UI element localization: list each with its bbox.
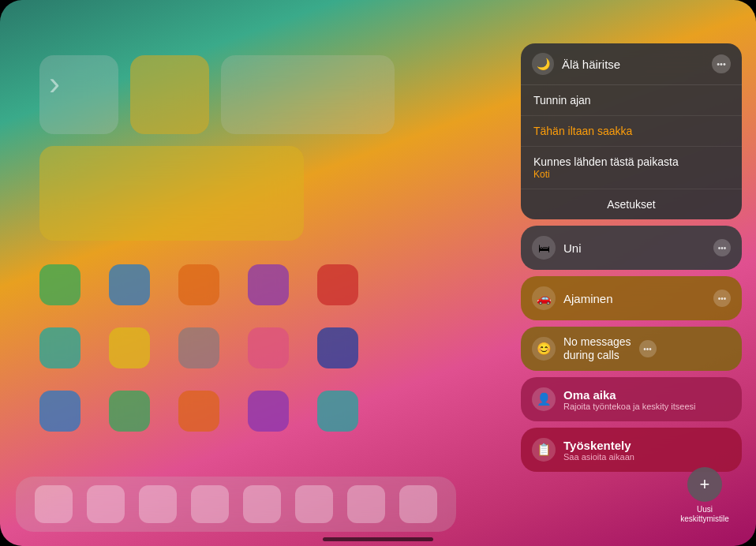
app-icon <box>109 327 150 368</box>
app-icon <box>178 264 219 305</box>
nomessages-label-line1: No messages <box>563 335 631 350</box>
nomessages-text: No messages during calls <box>563 335 631 363</box>
home-indicator <box>323 537 433 541</box>
driving-more-button[interactable]: ••• <box>713 290 731 307</box>
dnd-option-paikka[interactable]: Kunnes lähden tästä paikasta Koti <box>521 147 742 189</box>
dnd-header: 🌙 Älä häiritse ••• <box>521 43 742 84</box>
app-icon <box>248 264 289 305</box>
focus-mode-uni-label: Uni <box>563 241 705 255</box>
driving-icon: 🚗 <box>532 286 556 310</box>
nomessages-icon: 😊 <box>532 337 556 361</box>
work-icon: 📋 <box>532 438 556 462</box>
dnd-option-paikka-label: Kunnes lähden tästä paikasta <box>533 155 679 168</box>
dnd-settings-button[interactable]: Asetukset <box>521 189 742 219</box>
dock-icon[interactable] <box>347 485 385 523</box>
focus-mode-work[interactable]: 📋 Työskentely Saa asioita aikaan <box>521 428 742 472</box>
personal-sublabel: Rajoita työntekoa ja keskity itseesi <box>563 402 696 411</box>
focus-panel: 🌙 Älä häiritse ••• Tunnin ajan Tähän ilt… <box>521 43 742 472</box>
widget-card-2 <box>130 55 209 134</box>
moon-icon: 🌙 <box>532 53 554 75</box>
app-row-2 <box>39 327 358 368</box>
work-label: Työskentely <box>563 439 634 452</box>
app-icon <box>109 264 150 305</box>
app-icon <box>39 391 80 432</box>
focus-mode-driving-label: Ajaminen <box>563 292 705 305</box>
dnd-options: Tunnin ajan Tähän iltaan saakka Kunnes l… <box>521 84 742 219</box>
dnd-option-paikka-sub: Koti <box>533 169 729 180</box>
nomessages-label-line2: during calls <box>563 349 631 363</box>
focus-mode-driving[interactable]: 🚗 Ajaminen ••• <box>521 276 742 320</box>
personal-text: Oma aika Rajoita työntekoa ja keskity it… <box>563 388 696 411</box>
work-sublabel: Saa asioita aikaan <box>563 452 634 462</box>
dock <box>16 477 456 532</box>
new-focus-plus-icon: + <box>687 467 722 502</box>
dnd-option-tunnin[interactable]: Tunnin ajan <box>521 85 742 116</box>
dock-icon[interactable] <box>87 485 125 523</box>
ipad-screen: › <box>0 0 756 546</box>
app-icon <box>317 391 358 432</box>
dnd-option-ilta[interactable]: Tähän iltaan saakka <box>521 116 742 147</box>
uni-more-button[interactable]: ••• <box>713 239 731 256</box>
sleep-icon: 🛏 <box>532 236 556 260</box>
nomessages-more-button[interactable]: ••• <box>639 340 657 357</box>
work-text: Työskentely Saa asioita aikaan <box>563 439 634 462</box>
dock-icon[interactable] <box>243 485 281 523</box>
dnd-more-button[interactable]: ••• <box>712 54 731 73</box>
app-icon <box>317 327 358 368</box>
dnd-title: Älä häiritse <box>562 58 704 71</box>
focus-mode-personal[interactable]: 👤 Oma aika Rajoita työntekoa ja keskity … <box>521 377 742 421</box>
new-focus-label: Uusi keskittymistile <box>677 505 732 524</box>
app-row-3 <box>39 391 358 432</box>
personal-label: Oma aika <box>563 388 696 402</box>
app-icon <box>178 391 219 432</box>
widget-chevron-icon: › <box>49 65 60 103</box>
dnd-card: 🌙 Älä häiritse ••• Tunnin ajan Tähän ilt… <box>521 43 742 219</box>
widget-card-3 <box>221 55 395 134</box>
dock-icon[interactable] <box>139 485 177 523</box>
app-icon <box>109 391 150 432</box>
app-icon <box>317 264 358 305</box>
focus-mode-uni[interactable]: 🛏 Uni ••• <box>521 226 742 270</box>
personal-icon: 👤 <box>532 387 556 411</box>
dock-icon[interactable] <box>191 485 229 523</box>
app-icon <box>178 327 219 368</box>
app-icon <box>248 327 289 368</box>
dock-icon[interactable] <box>295 485 333 523</box>
app-icon <box>39 327 80 368</box>
dock-icon[interactable] <box>399 485 437 523</box>
new-focus-button[interactable]: + Uusi keskittymistile <box>677 467 732 524</box>
widget-card-4 <box>39 146 304 241</box>
app-icon <box>248 391 289 432</box>
app-row-1 <box>39 264 358 305</box>
app-icon <box>39 264 80 305</box>
apps-area: › <box>16 24 456 467</box>
focus-mode-nomessages[interactable]: 😊 No messages during calls ••• <box>521 327 742 371</box>
dock-icon[interactable] <box>35 485 73 523</box>
